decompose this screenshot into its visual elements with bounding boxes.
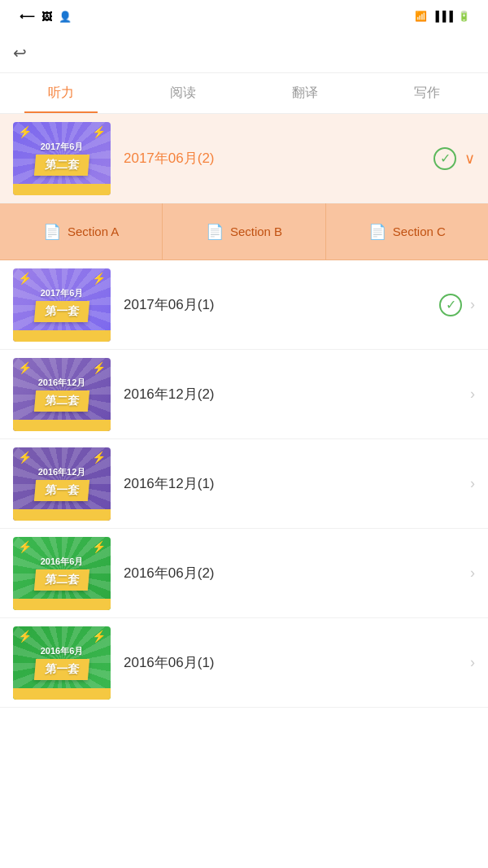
lightning-right-icon: ⚡ [92,125,106,138]
document-icon: 📄 [368,223,386,241]
thumb-strip [13,509,111,521]
exam-label-2017jun1: 2017年06月(1) [111,295,439,314]
lightning-left-icon: ⚡ [18,361,32,374]
exam-label-2016dec1: 2016年12月(1) [111,474,470,493]
exam-thumbnail-2016jun1: ⚡⚡2016年6月第一套 [13,626,111,700]
exam-row-2016dec2[interactable]: ⚡⚡2016年12月第二套2016年12月(2)› [0,350,488,439]
exam-actions-2016jun2: › [470,565,475,582]
tab-listening[interactable]: 听力 [0,73,122,113]
section-row: 📄Section A📄Section B📄Section C [0,203,488,260]
lightning-left-icon: ⚡ [18,125,32,138]
lightning-left-icon: ⚡ [18,451,32,464]
check-circle-icon: ✓ [439,294,462,316]
lightning-right-icon: ⚡ [92,451,106,464]
exam-list: ⚡⚡2017年6月第二套2017年06月(2)✓∨📄Section A📄Sect… [0,114,488,708]
tab-translate[interactable]: 翻译 [244,73,366,113]
wifi-icon: 📶 [415,11,427,22]
lightning-right-icon: ⚡ [92,630,106,643]
thumb-strip [13,330,111,342]
lightning-left-icon: ⚡ [18,272,32,285]
chevron-icon[interactable]: › [470,565,475,582]
exam-year-label: 2016年6月 [41,556,84,568]
section-item-C[interactable]: 📄Section C [326,203,488,260]
back-icon: ⟵ [20,11,35,23]
exam-set-label: 第二套 [34,390,89,412]
person-icon: 👤 [59,11,72,23]
chevron-icon[interactable]: ∨ [464,150,475,168]
exam-label-2017jun2: 2017年06月(2) [111,149,434,168]
exam-year-label: 2017年6月 [41,287,84,299]
exam-actions-2017jun1: ✓› [439,294,475,316]
status-right: 📶 ▐▐▐ 🔋 [410,11,475,22]
exam-thumbnail-2017jun2: ⚡⚡2017年6月第二套 [13,122,111,195]
chevron-icon[interactable]: › [470,654,475,671]
lightning-right-icon: ⚡ [92,540,106,553]
exam-label-2016dec2: 2016年12月(2) [111,385,470,403]
exam-actions-2017jun2: ✓∨ [434,147,475,170]
chevron-icon[interactable]: › [470,475,475,492]
exam-label-2016jun1: 2016年06月(1) [111,653,470,672]
exam-thumbnail-2017jun1: ⚡⚡2017年6月第一套 [13,268,111,342]
tab-bar: 听力阅读翻译写作 [0,73,488,114]
header: ↩ [0,33,488,73]
lightning-right-icon: ⚡ [92,361,106,374]
tab-writing[interactable]: 写作 [366,73,488,113]
chevron-icon[interactable]: › [470,386,475,403]
thumb-strip [13,688,111,700]
status-bar: ⟵ 🖼 👤 📶 ▐▐▐ 🔋 [0,0,488,33]
exam-row-2016jun2[interactable]: ⚡⚡2016年6月第二套2016年06月(2)› [0,529,488,618]
exam-row-2016jun1[interactable]: ⚡⚡2016年6月第一套2016年06月(1)› [0,618,488,708]
exam-set-label: 第一套 [34,480,89,501]
exam-row-2016dec1[interactable]: ⚡⚡2016年12月第一套2016年12月(1)› [0,439,488,529]
chevron-icon[interactable]: › [470,296,475,313]
lightning-left-icon: ⚡ [18,540,32,553]
exam-row-2017jun2[interactable]: ⚡⚡2017年6月第二套2017年06月(2)✓∨ [0,114,488,203]
status-left: ⟵ 🖼 👤 [13,11,72,23]
document-icon: 📄 [43,223,61,241]
exam-set-label: 第二套 [34,569,89,591]
exam-actions-2016dec1: › [470,475,475,492]
section-item-B[interactable]: 📄Section B [163,203,325,260]
lightning-right-icon: ⚡ [92,272,106,285]
signal-icon: ▐▐▐ [432,11,453,22]
section-label-C: Section C [393,225,446,238]
image-icon: 🖼 [41,11,52,23]
tab-reading[interactable]: 阅读 [122,73,244,113]
exam-thumbnail-2016dec1: ⚡⚡2016年12月第一套 [13,447,111,521]
exam-year-label: 2016年12月 [38,377,86,389]
exam-set-label: 第一套 [34,659,89,680]
document-icon: 📄 [206,223,224,241]
back-button[interactable]: ↩ [13,43,27,63]
exam-year-label: 2016年6月 [41,645,84,657]
exam-thumbnail-2016dec2: ⚡⚡2016年12月第二套 [13,358,111,431]
lightning-left-icon: ⚡ [18,630,32,643]
exam-set-label: 第一套 [34,301,89,322]
exam-thumbnail-2016jun2: ⚡⚡2016年6月第二套 [13,537,111,610]
section-label-A: Section A [68,225,119,238]
thumb-strip [13,420,111,431]
exam-row-2017jun1[interactable]: ⚡⚡2017年6月第一套2017年06月(1)✓› [0,260,488,350]
thumb-strip [13,599,111,610]
battery-icon: 🔋 [458,11,470,22]
thumb-strip [13,184,111,195]
exam-year-label: 2017年6月 [41,141,84,153]
check-circle-icon: ✓ [434,147,456,170]
exam-actions-2016dec2: › [470,386,475,403]
exam-actions-2016jun1: › [470,654,475,671]
section-label-B: Section B [230,225,282,238]
section-item-A[interactable]: 📄Section A [0,203,163,260]
exam-year-label: 2016年12月 [38,466,86,478]
exam-label-2016jun2: 2016年06月(2) [111,564,470,582]
exam-set-label: 第二套 [34,155,89,176]
